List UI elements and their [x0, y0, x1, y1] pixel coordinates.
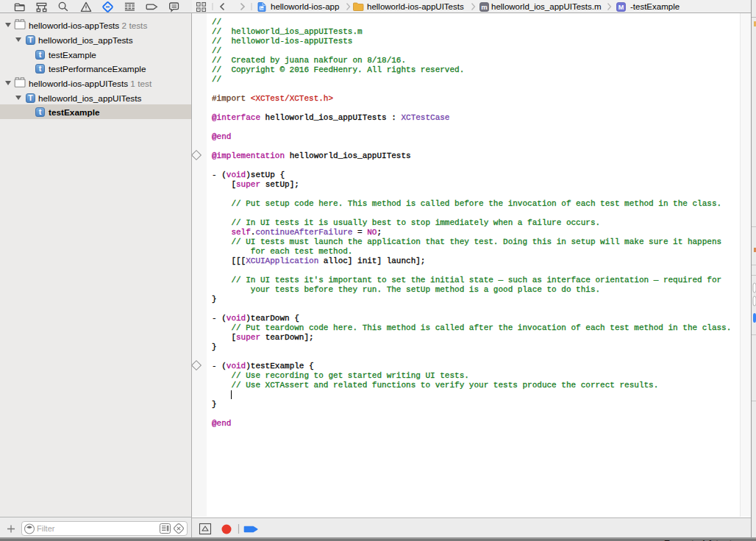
svg-text:m: m: [481, 3, 487, 11]
svg-text:T: T: [28, 93, 33, 102]
svg-text:t: t: [39, 107, 42, 116]
svg-text:M: M: [618, 4, 624, 11]
svg-text:helloworld_ios_appUITests.m: helloworld_ios_appUITests.m: [491, 2, 602, 11]
svg-text:helloworld-ios-appUITests: helloworld-ios-appUITests: [367, 2, 464, 11]
svg-text:t: t: [39, 64, 42, 73]
svg-text:T: T: [28, 35, 33, 44]
svg-text:t: t: [39, 50, 42, 59]
svg-text:helloworld-ios-app: helloworld-ios-app: [271, 2, 339, 11]
svg-text:-testExample: -testExample: [630, 2, 680, 11]
